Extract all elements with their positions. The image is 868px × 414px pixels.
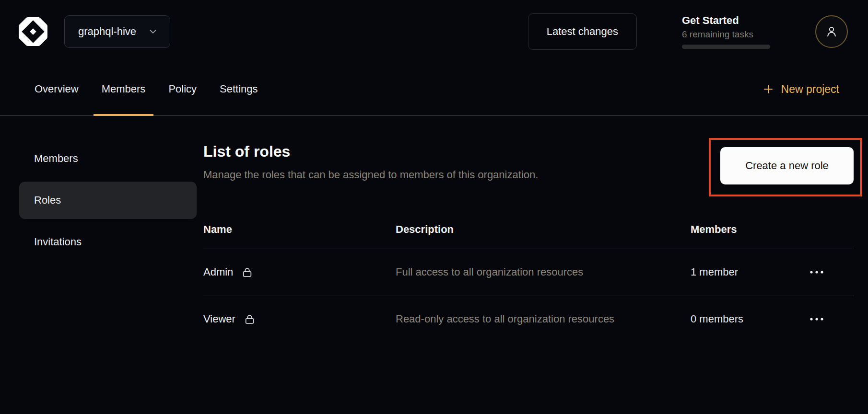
tab-members[interactable]: Members <box>94 63 154 115</box>
get-started-progress-bar <box>682 45 770 49</box>
role-actions-cell <box>801 312 854 326</box>
ellipsis-icon <box>809 270 824 274</box>
org-tab-bar: Overview Members Policy Settings New pro… <box>0 63 868 116</box>
members-sidebar: Members Roles Invitations <box>0 140 203 342</box>
lock-icon <box>244 313 256 325</box>
sidebar-item-roles[interactable]: Roles <box>19 182 197 219</box>
tab-overview[interactable]: Overview <box>26 63 87 115</box>
role-member-count: 0 members <box>691 313 801 325</box>
user-avatar[interactable] <box>815 15 848 48</box>
table-row-admin: Admin Full access to all organization re… <box>203 249 854 296</box>
tab-policy[interactable]: Policy <box>160 63 205 115</box>
role-name: Admin <box>203 266 233 278</box>
role-name-cell: Admin <box>203 266 396 278</box>
get-started-remaining-tasks: 6 remaining tasks <box>682 29 771 40</box>
role-description: Full access to all organization resource… <box>396 263 691 282</box>
roles-panel: List of roles Manage the roles that can … <box>203 140 868 342</box>
plus-icon <box>762 83 774 95</box>
annotation-highlight-box: Create a new role <box>709 138 862 196</box>
tab-settings[interactable]: Settings <box>211 63 266 115</box>
new-project-label: New project <box>781 83 839 96</box>
column-header-description: Description <box>396 223 691 236</box>
roles-table-header: Name Description Members <box>203 210 854 249</box>
page-content: Members Roles Invitations List of roles … <box>0 116 868 342</box>
new-project-button[interactable]: New project <box>762 63 839 115</box>
latest-changes-button[interactable]: Latest changes <box>528 13 637 50</box>
get-started-widget[interactable]: Get Started 6 remaining tasks <box>682 14 771 49</box>
get-started-title: Get Started <box>682 14 771 27</box>
sidebar-item-invitations[interactable]: Invitations <box>19 223 197 261</box>
role-description: Read-only access to all organization res… <box>396 310 691 329</box>
organization-selector[interactable]: graphql-hive <box>64 15 170 48</box>
organization-name: graphql-hive <box>78 25 136 38</box>
hive-logo-icon <box>17 16 49 47</box>
table-row-viewer: Viewer Read-only access to all organizat… <box>203 296 854 343</box>
ellipsis-icon <box>809 317 824 321</box>
column-header-name: Name <box>203 223 396 236</box>
top-header: graphql-hive Latest changes Get Started … <box>0 0 868 63</box>
roles-table: Name Description Members Admin Full acc <box>203 210 854 342</box>
role-name-cell: Viewer <box>203 313 396 325</box>
roles-panel-header: List of roles Manage the roles that can … <box>203 140 854 196</box>
role-name: Viewer <box>203 313 235 325</box>
chevron-down-icon <box>148 26 158 37</box>
roles-heading-block: List of roles Manage the roles that can … <box>203 140 538 181</box>
row-menu-button[interactable] <box>805 312 829 326</box>
role-actions-cell <box>801 265 854 279</box>
page-subtitle: Manage the roles that can be assigned to… <box>203 169 538 181</box>
row-menu-button[interactable] <box>805 265 829 279</box>
sidebar-item-members[interactable]: Members <box>19 140 197 177</box>
lock-icon <box>241 266 253 278</box>
role-member-count: 1 member <box>691 266 801 278</box>
user-icon <box>825 25 838 38</box>
column-header-members: Members <box>691 223 801 236</box>
page-title: List of roles <box>203 143 538 161</box>
create-new-role-button[interactable]: Create a new role <box>720 147 854 184</box>
